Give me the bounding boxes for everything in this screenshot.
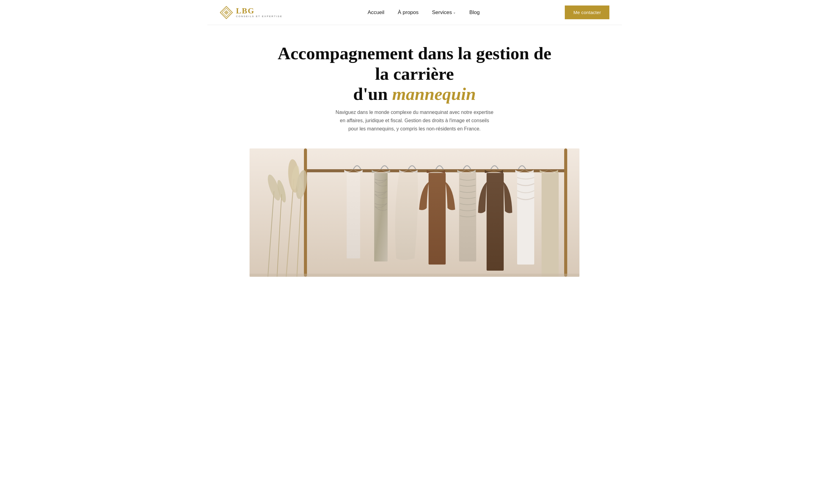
logo-text: LBG CONSEILS ET EXPERTISE bbox=[236, 7, 283, 18]
svg-rect-17 bbox=[347, 173, 360, 258]
nav-services[interactable]: Services ⌄ bbox=[432, 9, 456, 15]
svg-rect-23 bbox=[542, 173, 559, 277]
main-nav: Accueil À propos Services ⌄ Blog bbox=[367, 9, 479, 15]
logo-diamond-icon bbox=[220, 6, 233, 19]
hero-image-svg bbox=[250, 148, 579, 277]
svg-rect-21 bbox=[486, 173, 504, 271]
nav-blog[interactable]: Blog bbox=[469, 9, 479, 15]
contact-button[interactable]: Me contacter bbox=[565, 5, 609, 19]
svg-rect-24 bbox=[250, 274, 579, 277]
hero-subtitle: Naviguez dans le monde complexe du manne… bbox=[335, 108, 494, 133]
nav-accueil[interactable]: Accueil bbox=[367, 9, 384, 15]
svg-rect-22 bbox=[517, 173, 534, 264]
nav-a-propos[interactable]: À propos bbox=[398, 9, 419, 15]
chevron-down-icon: ⌄ bbox=[453, 10, 456, 14]
hero-image bbox=[250, 148, 579, 277]
hero-title-line2-prefix: d'un bbox=[353, 84, 392, 104]
hero-title: Accompagnement dans la gestion de la car… bbox=[277, 43, 552, 104]
svg-rect-6 bbox=[564, 148, 567, 277]
site-header: LBG CONSEILS ET EXPERTISE Accueil À prop… bbox=[207, 0, 622, 25]
svg-rect-5 bbox=[304, 148, 307, 277]
nav-services-label: Services bbox=[432, 9, 452, 15]
logo[interactable]: LBG CONSEILS ET EXPERTISE bbox=[220, 6, 283, 19]
hero-title-highlight: mannequin bbox=[392, 84, 476, 104]
main-content: Accompagnement dans la gestion de la car… bbox=[207, 25, 622, 277]
svg-marker-2 bbox=[224, 10, 229, 15]
svg-rect-4 bbox=[304, 169, 567, 172]
svg-rect-18 bbox=[374, 173, 388, 261]
hero-title-line1: Accompagnement dans la gestion de la car… bbox=[278, 43, 551, 84]
svg-rect-19 bbox=[429, 173, 446, 264]
logo-subtitle-label: CONSEILS ET EXPERTISE bbox=[236, 15, 283, 18]
logo-lbg-label: LBG bbox=[236, 7, 283, 15]
